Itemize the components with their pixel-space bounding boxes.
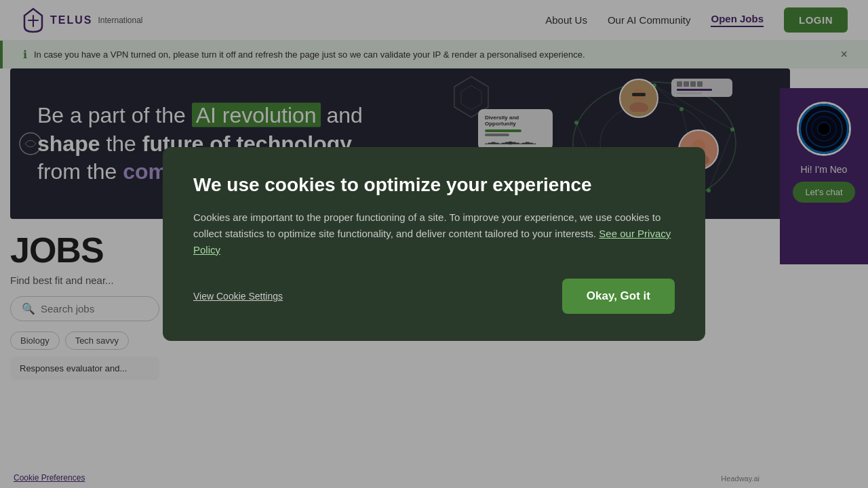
cookie-modal: We use cookies to optimize your experien…: [163, 147, 705, 341]
cookie-modal-body: Cookies are important to the proper func…: [193, 209, 675, 258]
cookie-modal-title: We use cookies to optimize your experien…: [193, 174, 675, 196]
cookie-accept-button[interactable]: Okay, Got it: [562, 279, 675, 314]
cookie-modal-actions: View Cookie Settings Okay, Got it: [193, 279, 675, 314]
cookie-modal-overlay: We use cookies to optimize your experien…: [0, 0, 868, 488]
cookie-settings-link[interactable]: View Cookie Settings: [193, 291, 283, 302]
